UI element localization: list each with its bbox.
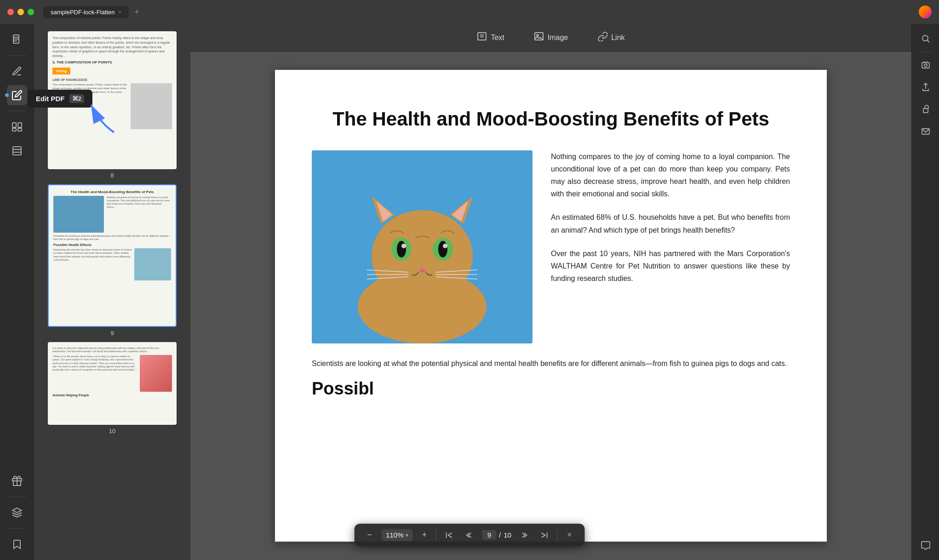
svg-point-30	[438, 241, 447, 257]
comment-icon[interactable]	[916, 536, 935, 554]
current-page-input[interactable]	[482, 530, 496, 540]
search-icon-right[interactable]	[916, 29, 935, 48]
toolbar-close-button[interactable]: ×	[563, 528, 576, 542]
sidebar-item-redact[interactable]	[7, 141, 27, 161]
page-first-button[interactable]	[442, 530, 457, 541]
cat-image	[312, 150, 532, 343]
pdf-page-title: The Health and Mood-Boosting Benefits of…	[312, 107, 790, 132]
link-tool-button[interactable]: Link	[592, 29, 630, 46]
svg-point-32	[443, 244, 447, 248]
svg-rect-7	[18, 128, 22, 131]
total-pages: 10	[504, 531, 511, 539]
pdf-para-4: Scientists are looking at what the poten…	[312, 357, 790, 370]
tab-close-button[interactable]: ×	[118, 9, 121, 15]
zoom-in-button[interactable]: +	[418, 528, 431, 542]
sidebar-divider-3	[8, 497, 26, 497]
image-tool-icon	[534, 31, 544, 44]
thumb-label-8: 8	[110, 172, 114, 179]
sidebar-item-gift[interactable]	[7, 471, 27, 491]
sidebar-divider-2	[8, 111, 26, 111]
export-icon[interactable]	[916, 78, 935, 96]
svg-rect-8	[13, 147, 21, 155]
protect-icon[interactable]	[916, 100, 935, 118]
toolbar-divider-2	[557, 530, 558, 541]
thumbnail-page-10[interactable]: It is today to stop this subjective bias…	[41, 342, 183, 434]
thumb-label-9: 9	[110, 330, 114, 337]
thumb-label-10: 10	[109, 428, 115, 434]
zoom-chevron-icon: ▾	[406, 532, 408, 538]
page-last-button[interactable]	[537, 530, 552, 541]
pdf-possible-heading: Possibl	[312, 379, 790, 399]
svg-point-43	[924, 64, 927, 67]
sidebar-item-edit[interactable]	[7, 85, 27, 105]
pdf-para-1: Nothing compares to the joy of coming ho…	[551, 150, 790, 200]
zoom-value: 110%	[386, 531, 403, 539]
image-tool-label: Image	[548, 34, 568, 42]
sidebar-divider-4	[8, 528, 26, 529]
svg-rect-42	[922, 63, 929, 68]
text-tool-label: Text	[491, 34, 504, 42]
page-display: / 10	[482, 530, 511, 540]
active-indicator	[5, 93, 9, 97]
svg-point-22	[372, 210, 473, 302]
tooltip-arrow	[86, 100, 123, 139]
sidebar-divider-1	[8, 55, 26, 56]
active-tab[interactable]: samplePDF-lock-Flatten ×	[43, 6, 129, 18]
tab-bar: samplePDF-lock-Flatten × +	[43, 6, 143, 18]
text-tool-button[interactable]: Text	[471, 29, 510, 46]
svg-rect-6	[12, 128, 16, 131]
toolbar-divider-1	[436, 530, 436, 541]
svg-line-41	[927, 40, 929, 43]
email-icon[interactable]	[916, 122, 935, 140]
sidebar-item-tools1[interactable]	[7, 61, 27, 81]
pdf-viewer[interactable]: The Health and Mood-Boosting Benefits of…	[190, 51, 911, 560]
content-area: Text Image	[190, 24, 911, 560]
user-avatar[interactable]	[919, 6, 932, 18]
title-bar: samplePDF-lock-Flatten × +	[0, 0, 939, 24]
svg-rect-5	[18, 123, 22, 127]
pdf-text-column: Nothing compares to the joy of coming ho…	[551, 150, 790, 343]
svg-point-40	[922, 35, 928, 41]
svg-rect-46	[923, 109, 928, 113]
zoom-out-button[interactable]: −	[364, 528, 376, 542]
tooltip-label: Edit PDF	[36, 95, 65, 103]
sidebar-item-layers[interactable]	[7, 503, 27, 523]
pdf-para-2: An estimated 68% of U.S. households have…	[551, 211, 790, 236]
link-tool-label: Link	[611, 34, 624, 42]
thumbnail-page-9[interactable]: The Health and Mood-Boosting Benefits of…	[41, 184, 183, 337]
edit-pdf-tooltip: Edit PDF ⌘2	[28, 90, 92, 108]
link-tool-icon	[597, 31, 607, 44]
new-tab-button[interactable]: +	[131, 7, 143, 17]
minimize-button[interactable]	[17, 9, 24, 15]
svg-point-31	[401, 244, 406, 248]
svg-point-19	[537, 34, 538, 36]
close-button[interactable]	[7, 9, 14, 15]
svg-marker-13	[12, 508, 22, 513]
traffic-lights	[7, 9, 34, 15]
pdf-page: The Health and Mood-Boosting Benefits of…	[275, 70, 827, 542]
pdf-para-3: Over the past 10 years, NIH has partnere…	[551, 247, 790, 285]
zoom-display[interactable]: 110% ▾	[381, 529, 412, 541]
sidebar-item-bookmark[interactable]	[7, 534, 27, 554]
pdf-content-row: Nothing compares to the joy of coming ho…	[312, 150, 790, 343]
maximize-button[interactable]	[28, 9, 34, 15]
svg-point-29	[397, 241, 406, 257]
right-sidebar	[911, 24, 939, 560]
page-prev-button[interactable]	[462, 530, 477, 541]
page-next-button[interactable]	[517, 530, 532, 541]
text-tool-icon	[477, 31, 487, 44]
tab-title: samplePDF-lock-Flatten	[51, 9, 115, 16]
top-toolbar: Text Image	[190, 24, 911, 51]
sidebar-item-pages[interactable]	[7, 117, 27, 137]
image-tool-button[interactable]: Image	[528, 29, 573, 46]
bottom-toolbar: − 110% ▾ + / 10 ×	[355, 524, 585, 546]
page-separator: /	[499, 531, 501, 539]
svg-rect-15	[478, 33, 486, 40]
svg-rect-4	[12, 123, 16, 127]
right-divider-1	[919, 51, 933, 52]
tooltip-shortcut: ⌘2	[69, 94, 84, 103]
scan-icon[interactable]	[916, 56, 935, 74]
sidebar-item-document[interactable]	[7, 29, 27, 50]
main-layout: The composition of interest points. Poin…	[0, 24, 939, 560]
